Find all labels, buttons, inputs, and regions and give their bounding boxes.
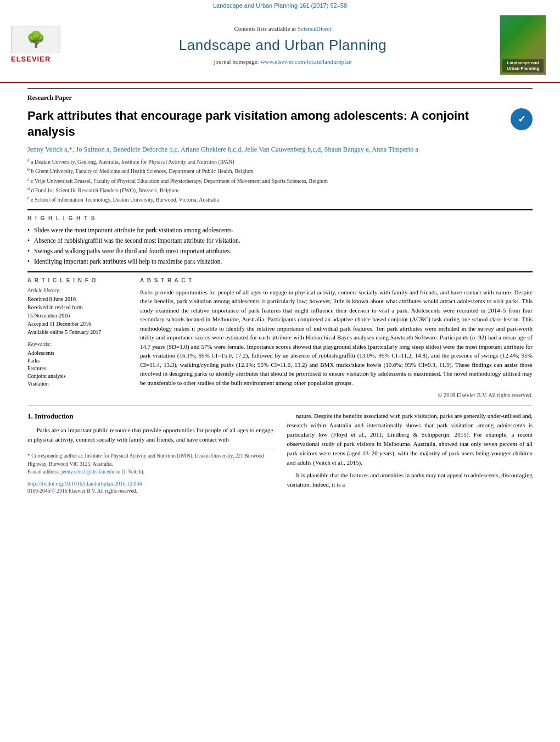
journal-header: Landscape and Urban Planning 161 (2017) … (0, 0, 560, 83)
doi-link[interactable]: http://dx.doi.org/10.1016/j.landurbplan.… (27, 480, 273, 488)
divider-after-affiliations (27, 209, 533, 210)
highlights-label: H I G H L I G H T S (27, 215, 533, 222)
main-content: Research Paper ✓ Park attributes that en… (0, 83, 560, 500)
keywords-section: Keywords: Adolescents Parks Features Con… (27, 341, 129, 388)
intro-body-text: Parks are an important public resource t… (27, 426, 273, 444)
affiliation-d: d d Fund for Scientific Research Flander… (27, 186, 533, 195)
highlight-item-4: Identifying important park attributes wi… (27, 257, 533, 266)
revised-date: 15 November 2016 (27, 312, 129, 320)
issn-line: 0169-2046/© 2016 Elsevier B.V. All right… (27, 488, 273, 495)
intro-section-title: 1. Introduction (27, 411, 273, 421)
contents-line: Contents lists available at ScienceDirec… (71, 25, 494, 33)
corresponding-footnote: * Corresponding author at: Institute for… (27, 449, 273, 476)
available-online-date: Available online 5 February 2017 (27, 328, 129, 336)
abstract-text: Parks provide opportunities for people o… (140, 288, 533, 388)
homepage-url[interactable]: www.elsevier.com/locate/landurbplan (260, 58, 351, 65)
keywords-label: Keywords: (27, 341, 129, 348)
keyword-2: Parks (27, 357, 129, 365)
journal-thumbnail-image: Landscape and Urban Planning (500, 15, 546, 75)
page: Landscape and Urban Planning 161 (2017) … (0, 0, 560, 742)
affiliation-a: a a Deakin University, Geelong, Australi… (27, 157, 533, 166)
elsevier-brand-label: ELSEVIER (11, 54, 51, 64)
article-history-label: Article history: (27, 287, 129, 294)
article-info-abstract: A R T I C L E I N F O Article history: R… (27, 277, 533, 400)
journal-thumbnail-area: Landscape and Urban Planning (500, 15, 549, 75)
accepted-date: Accepted 11 December 2016 (27, 320, 129, 328)
affiliations: a a Deakin University, Geelong, Australi… (27, 157, 533, 205)
body-content: 1. Introduction Parks are an important p… (27, 405, 533, 495)
article-type: Research Paper (27, 88, 533, 103)
header-main: 🌳 ELSEVIER Contents lists available at S… (0, 12, 560, 79)
highlights-section: H I G H L I G H T S Slides were the most… (27, 215, 533, 266)
journal-article-ref: Landscape and Urban Planning 161 (2017) … (0, 0, 560, 12)
body-right-col: nature. Despite the benefits associated … (287, 411, 533, 495)
highlight-item-1: Slides were the most important attribute… (27, 226, 533, 235)
tree-icon: 🌳 (26, 32, 46, 47)
affiliation-c: c c Vrije Universiteit Brussel, Faculty … (27, 176, 533, 186)
highlight-item-3: Swings and walking paths were the third … (27, 247, 533, 255)
email-link[interactable]: jenny.veitch@deakin.edu.au (61, 469, 121, 475)
affiliation-e: e e School of Information Technology, De… (27, 195, 533, 204)
homepage-line: journal homepage: www.elsevier.com/locat… (71, 58, 494, 66)
article-title: Park attributes that encourage park visi… (27, 108, 533, 140)
authors-list: Jenny Veitch a,*, Jo Salmon a, Benedicte… (27, 145, 533, 155)
intro-right-text: nature. Despite the benefits associated … (287, 411, 533, 489)
copyright-line: © 2016 Elsevier B.V. All rights reserved… (140, 392, 533, 400)
article-info-column: A R T I C L E I N F O Article history: R… (27, 277, 129, 400)
abstract-section: A B S T R A C T Parks provide opportunit… (140, 277, 533, 400)
keyword-4: Conjoint analysis (27, 372, 129, 380)
journal-thumbnail-label: Landscape and Urban Planning (502, 59, 544, 73)
abstract-label: A B S T R A C T (140, 277, 533, 284)
received-revised-label: Received in revised form (27, 304, 129, 311)
article-info-box: A R T I C L E I N F O Article history: R… (27, 277, 129, 388)
email-suffix: (J. Veitch). (122, 469, 144, 475)
divider-after-highlights (27, 271, 533, 272)
abstract-column: A B S T R A C T Parks provide opportunit… (140, 277, 533, 400)
elsevier-logo-area: 🌳 ELSEVIER (11, 26, 71, 64)
affiliation-b: b b Ghent University, Faculty of Medicin… (27, 166, 533, 176)
contents-text: Contents lists available at (234, 25, 296, 32)
elsevier-tree-image: 🌳 (11, 26, 60, 53)
email-label: E-mail address: (27, 469, 60, 475)
journal-main-title: Landscape and Urban Planning (71, 35, 494, 55)
article-title-area: ✓ Park attributes that encourage park vi… (27, 108, 533, 140)
body-left-col: 1. Introduction Parks are an important p… (27, 411, 273, 495)
journal-title-area: Contents lists available at ScienceDirec… (71, 25, 494, 66)
keyword-1: Adolescents (27, 349, 129, 357)
keyword-5: Visitation (27, 380, 129, 388)
homepage-text: journal homepage: (214, 58, 259, 65)
article-info-label: A R T I C L E I N F O (27, 277, 129, 284)
corr-footnote-text: * Corresponding author at: Institute for… (27, 453, 264, 466)
body-two-col: 1. Introduction Parks are an important p… (27, 411, 533, 495)
sciencedirect-link[interactable]: ScienceDirect (298, 25, 332, 32)
received-date: Received 8 June 2016 (27, 295, 129, 303)
footer-area: http://dx.doi.org/10.1016/j.landurbplan.… (27, 480, 273, 495)
keyword-3: Features (27, 365, 129, 372)
highlight-item-2: Absence of rubbish/graffiti was the seco… (27, 236, 533, 245)
crossmark-badge[interactable]: ✓ (511, 108, 533, 130)
